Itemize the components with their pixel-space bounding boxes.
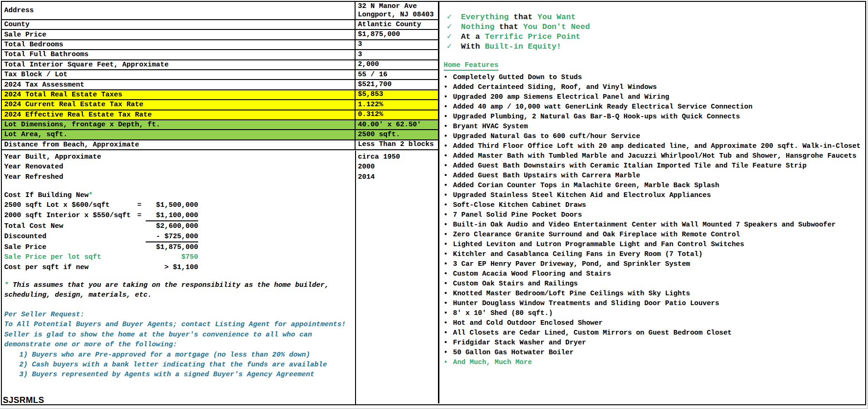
feature-item: •8' x 10' Shed (80 sqft.) — [444, 308, 861, 318]
row-value-cell[interactable]: 40.00' x 62.50' — [356, 120, 438, 129]
feature-item: •Lighted Leviton and Lutron Programmable… — [444, 240, 861, 249]
feature-text: Custom Acacia Wood Flooring and Stairs — [453, 270, 611, 278]
row-value-cell[interactable]: 0.312% — [356, 110, 438, 119]
value-line: 0.312% — [358, 110, 438, 119]
row-label-cell[interactable]: Address — [2, 2, 356, 19]
table-row[interactable]: CountyAtlantic County — [2, 20, 438, 30]
feature-item: •Added Corian Counter Tops in Malachite … — [444, 181, 861, 190]
marketing-checklist: ✓Everything that You Want✓Nothing that Y… — [447, 12, 590, 51]
row-label-cell[interactable]: Total Full Bathrooms — [2, 50, 356, 59]
feature-text: Completely Gutted Down to Studs — [453, 73, 582, 81]
row-label-cell[interactable]: Sale Price — [2, 30, 356, 39]
row-label-cell[interactable]: 2024 Current Real Estate Tax Rate — [2, 100, 356, 109]
cost-line: Sale Price$1,875,000 — [4, 242, 353, 252]
cost-amount: $750 — [146, 252, 198, 262]
row-label-cell[interactable]: Distance from Beach, Approximate — [2, 140, 356, 149]
table-row[interactable]: Lot Area, sqft.2500 sqft. — [2, 130, 438, 140]
feature-text: 7 Panel Solid Pine Pocket Doors — [453, 211, 582, 219]
row-value-cell[interactable]: 32 N Manor AveLongport, NJ 08403 — [356, 2, 438, 19]
feature-text: Upgraded 200 amp Siemens Electrical Pane… — [453, 93, 669, 101]
row-label-cell[interactable]: Lot Dimensions, frontage x Depth, ft. — [2, 120, 356, 129]
table-row[interactable]: 2024 Tax Assessment$521,700 — [2, 80, 438, 90]
feature-item: •Built-in Oak Audio and Video Entertainm… — [444, 220, 861, 230]
row-label-cell[interactable]: County — [2, 20, 356, 29]
feature-text: 8' x 10' Shed (80 sqft.) — [453, 309, 553, 317]
table-row[interactable]: Distance from Beach, ApproximateLess Tha… — [2, 140, 438, 150]
table-row[interactable]: 2024 Total Real Estate Taxes$5,853 — [2, 90, 438, 100]
row-value-cell[interactable]: 3 — [356, 50, 438, 59]
row-label-cell[interactable]: Total Bedrooms — [2, 40, 356, 49]
bullet-icon: • — [444, 259, 453, 269]
cost-line-label: Sale Price — [4, 242, 137, 252]
checklist-item: ✓At a Terrific Price Point — [447, 32, 590, 42]
row-label-cell[interactable]: Tax Block / Lot — [2, 70, 356, 79]
bullet-icon: • — [444, 358, 453, 367]
row-value-cell[interactable]: $521,700 — [356, 80, 438, 89]
feature-item: •3 Car EP Henry Paver Driveway, Pond, an… — [444, 259, 861, 269]
feature-item: •Added Master Bath with Tumbled Marble a… — [444, 151, 861, 161]
checklist-text: Everything — [461, 13, 509, 22]
seller-line: To All Potential Buyers and Buyer Agents… — [4, 320, 353, 329]
feature-item: •Hunter Douglass Window Treatments and S… — [444, 299, 861, 308]
row-value-cell[interactable]: 1.122% — [356, 100, 438, 109]
details-free-cell: Year Built, Approximatecirca 1950Year Re… — [2, 151, 438, 404]
check-icon: ✓ — [447, 42, 461, 51]
table-row[interactable]: Total Full Bathrooms3 — [2, 50, 438, 60]
year-row[interactable]: Year Built, Approximatecirca 1950 — [2, 152, 438, 162]
feature-text: Custom Oak Stairs and Railings — [453, 280, 578, 287]
row-label-cell[interactable]: Lot Area, sqft. — [2, 130, 356, 139]
table-row[interactable]: Tax Block / Lot55 / 16 — [2, 70, 438, 80]
row-label-cell[interactable]: 2024 Total Real Estate Taxes — [2, 90, 356, 99]
bullet-icon: • — [444, 73, 453, 82]
row-value-cell[interactable]: $1,875,000 — [356, 30, 438, 39]
row-value-cell[interactable]: 2,000 — [356, 60, 438, 69]
table-row[interactable]: Total Bedrooms3 — [2, 40, 438, 50]
feature-text: Upgraded Natural Gas to 600 cuft/hour Se… — [453, 132, 640, 140]
row-value-cell[interactable]: 55 / 16 — [356, 70, 438, 79]
feature-text: Soft-Close Kitchen Cabinet Draws — [453, 201, 586, 209]
cost-line-label: Total Cost New — [4, 221, 137, 231]
cost-operator — [137, 221, 146, 231]
value-line: Less Than 2 blocks — [358, 140, 438, 149]
table-row[interactable]: Sale Price$1,875,000 — [2, 30, 438, 40]
cost-operator — [137, 252, 146, 262]
feature-text: Added Corian Counter Tops in Malachite G… — [453, 182, 719, 189]
row-value-cell[interactable]: Atlantic County — [356, 20, 438, 29]
cost-operator — [137, 263, 146, 272]
cost-operator — [137, 232, 146, 242]
feature-item: •Added Third Floor Office Loft with 20 a… — [444, 141, 861, 151]
bullet-icon: • — [444, 92, 453, 102]
table-row[interactable]: 2024 Current Real Estate Tax Rate1.122% — [2, 100, 438, 110]
feature-text: Added 40 amp / 10,000 watt GenerLink Rea… — [453, 103, 752, 110]
row-label-cell[interactable]: Total Interior Square Feet, Approximate — [2, 60, 356, 69]
feature-text: And Much, Much More — [453, 358, 532, 366]
feature-item: •50 Gallon Gas Hotwater Boiler — [444, 348, 861, 358]
cost-amount: - $725,000 — [146, 232, 198, 242]
note-text: This assumes that you are taking on the … — [8, 281, 329, 289]
row-label-cell[interactable]: 2024 Tax Assessment — [2, 80, 356, 89]
bullet-icon: • — [444, 131, 453, 141]
table-row[interactable]: 2024 Effective Real Estate Tax Rate0.312… — [2, 110, 438, 120]
row-label-cell[interactable]: 2024 Effective Real Estate Tax Rate — [2, 110, 356, 119]
year-row[interactable]: Year Refreshed2014 — [2, 172, 438, 182]
row-value-cell[interactable]: $5,853 — [356, 90, 438, 99]
checklist-text: With — [461, 42, 485, 51]
bullet-icon: • — [444, 112, 453, 122]
cost-amount: $1,875,000 — [146, 242, 198, 252]
table-row[interactable]: Total Interior Square Feet, Approximate2… — [2, 60, 438, 70]
table-row[interactable]: Lot Dimensions, frontage x Depth, ft.40.… — [2, 120, 438, 130]
cost-line: 2500 sqft Lot x $600/sqft=$1,500,000 — [4, 200, 353, 210]
bullet-icon: • — [444, 161, 453, 171]
row-value-cell[interactable]: Less Than 2 blocks — [356, 140, 438, 149]
bullet-icon: • — [444, 338, 453, 348]
bullet-icon: • — [444, 171, 453, 181]
row-value-cell[interactable]: 2500 sqft. — [356, 130, 438, 139]
row-value-cell[interactable]: 3 — [356, 40, 438, 49]
year-row[interactable]: Year Renovated2000 — [2, 162, 438, 172]
cost-line-values: $1,875,000 — [137, 242, 198, 252]
bullet-icon: • — [444, 230, 453, 240]
feature-item: •Upgraded 200 amp Siemens Electrical Pan… — [444, 92, 861, 102]
table-row[interactable]: Address32 N Manor AveLongport, NJ 08403 — [2, 2, 438, 20]
home-features-heading: Home Features — [444, 61, 498, 71]
check-icon: ✓ — [447, 12, 461, 22]
